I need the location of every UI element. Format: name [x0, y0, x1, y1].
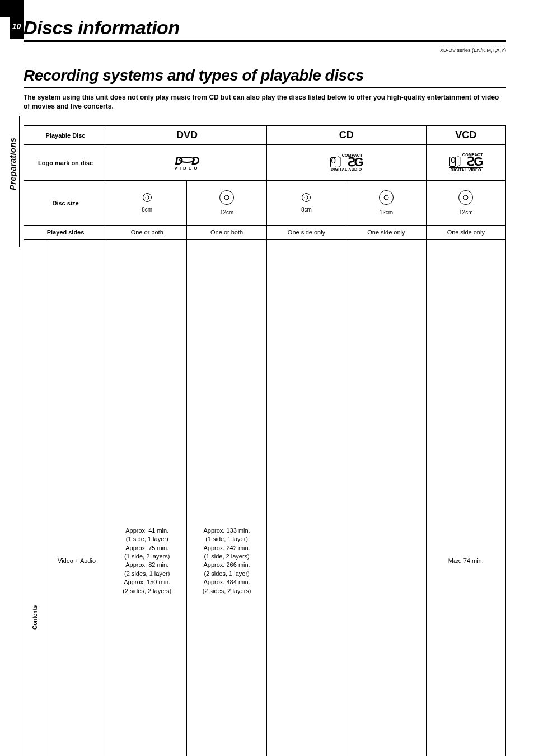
small-disc-icon: [143, 193, 152, 202]
row-header: Played sides: [24, 226, 107, 240]
disc-size-cell: 12cm: [426, 181, 505, 226]
dvd-video-logo-icon: DD VIDEO: [174, 154, 199, 171]
large-disc-icon: [219, 190, 234, 205]
table-row: Logo mark on disc DD VIDEO COMPACT 〕ƧG D…: [24, 145, 506, 181]
dvd-logo-cell: DD VIDEO: [107, 145, 267, 181]
row-header: Playable Disc: [24, 126, 107, 145]
section-underline: [24, 87, 506, 88]
model-code: XD-DV series (EN/K,M,T,X,Y): [24, 48, 506, 53]
cd-12cm-video-content: [346, 240, 426, 756]
played-sides-cell: One side only: [346, 226, 426, 240]
played-sides-cell: One side only: [266, 226, 346, 240]
disc-size-cell: 8cm: [107, 181, 187, 226]
table-row: Disc size 8cm 12cm 8cm 12cm 12cm: [24, 181, 506, 226]
played-sides-cell: One or both: [107, 226, 187, 240]
row-header: Logo mark on disc: [24, 145, 107, 181]
table-row: Contents Video + Audio Approx. 41 min.(1…: [24, 240, 506, 756]
large-disc-icon: [458, 190, 473, 205]
page-title: Discs information: [24, 17, 506, 42]
played-sides-cell: One or both: [187, 226, 266, 240]
disc-size-cell: 12cm: [187, 181, 266, 226]
vcd-logo-cell: COMPACT 〕ƧG DIGITAL VIDEO: [426, 145, 505, 181]
side-tab-preparations: Preparations: [8, 138, 17, 190]
compact-disc-digital-video-logo-icon: COMPACT 〕ƧG DIGITAL VIDEO: [449, 153, 483, 172]
page-number-box: 10: [10, 13, 24, 39]
col-header-dvd: DVD: [107, 126, 267, 145]
dvd-8cm-content: Approx. 41 min.(1 side, 1 layer) Approx.…: [107, 240, 187, 756]
small-disc-icon: [302, 193, 311, 202]
section-recording-systems: Recording systems and types of playable …: [24, 67, 506, 756]
playable-discs-table: Playable Disc DVD CD VCD Logo mark on di…: [24, 125, 506, 756]
table-row: Playable Disc DVD CD VCD: [24, 126, 506, 145]
cd-8cm-video-content: [266, 240, 346, 756]
cd-logo-cell: COMPACT 〕ƧG DIGITAL AUDIO: [266, 145, 426, 181]
col-header-vcd: VCD: [426, 126, 505, 145]
table-row: Played sides One or both One or both One…: [24, 226, 506, 240]
large-disc-icon: [379, 190, 394, 205]
compact-disc-digital-audio-logo-icon: COMPACT 〕ƧG DIGITAL AUDIO: [330, 153, 363, 171]
page-number: 10: [12, 22, 21, 31]
section-title: Recording systems and types of playable …: [24, 67, 506, 86]
col-header-cd: CD: [266, 126, 426, 145]
played-sides-cell: One side only: [426, 226, 505, 240]
row-header: Disc size: [24, 181, 107, 226]
row-subheader: Video + Audio: [46, 240, 107, 756]
side-vertical-rule: [19, 116, 20, 247]
disc-size-cell: 12cm: [346, 181, 426, 226]
section-intro: The system using this unit does not only…: [24, 93, 506, 111]
dvd-12cm-content: Approx. 133 min.(1 side, 1 layer) Approx…: [187, 240, 266, 756]
row-header-contents: Contents: [24, 240, 46, 756]
vcd-video-content: Max. 74 min.: [426, 240, 505, 756]
disc-size-cell: 8cm: [266, 181, 346, 226]
